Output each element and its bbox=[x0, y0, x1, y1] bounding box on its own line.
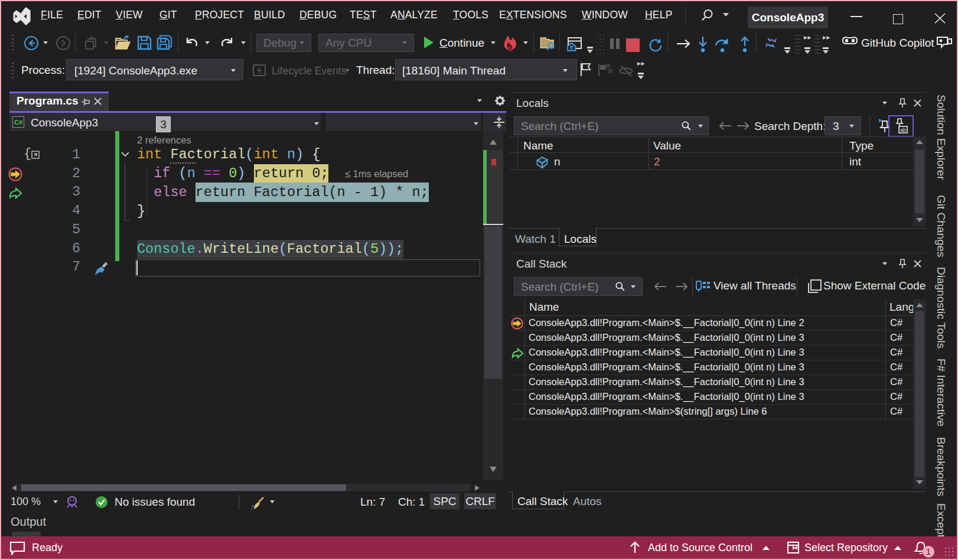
svg-text:ab: ab bbox=[900, 127, 906, 133]
